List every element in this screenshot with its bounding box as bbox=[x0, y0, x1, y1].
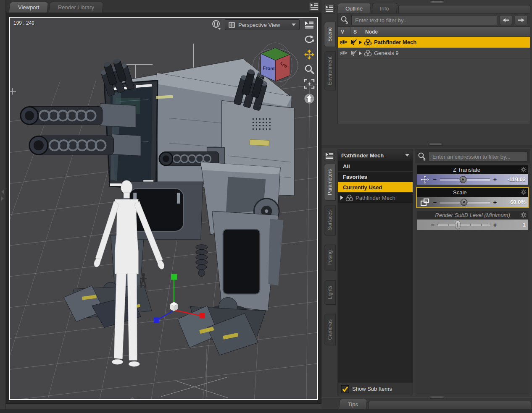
cursor-check-icon[interactable] bbox=[350, 50, 357, 57]
subd-level-slider[interactable] bbox=[437, 224, 490, 226]
increment-button[interactable]: + bbox=[492, 176, 498, 183]
viewport-frame: Front Left 199 : 249 bbox=[6, 13, 321, 404]
column-node[interactable]: Node bbox=[362, 27, 530, 37]
scene-pane-menu-button[interactable] bbox=[324, 4, 335, 14]
frame-tool-button[interactable] bbox=[303, 78, 315, 90]
viewport-canvas[interactable]: Front Left bbox=[10, 18, 317, 399]
decrement-button[interactable]: − bbox=[432, 199, 437, 205]
side-tab-surfaces[interactable]: Surfaces bbox=[324, 205, 336, 235]
search-icon bbox=[418, 152, 426, 161]
collapse-up-icon bbox=[130, 397, 135, 400]
parameter-list[interactable]: Z Translate − bbox=[415, 163, 530, 395]
group-currently-used[interactable]: Currently Used bbox=[338, 182, 413, 193]
pane-menu-icon bbox=[304, 21, 314, 30]
viewport-group-menu-button[interactable] bbox=[309, 2, 320, 12]
select-next-button[interactable] bbox=[515, 15, 527, 25]
group-all[interactable]: All bbox=[338, 161, 413, 172]
scene-dock: Scene Environment Outline Info bbox=[321, 0, 532, 145]
cursor-check-icon[interactable] bbox=[350, 39, 357, 46]
chevron-down-icon bbox=[405, 154, 409, 157]
viewport-toolbar bbox=[302, 18, 317, 105]
pane-collapse-handle[interactable] bbox=[1, 190, 4, 201]
tab-outline[interactable]: Outline bbox=[337, 3, 371, 13]
param-value[interactable]: -119.03 bbox=[500, 176, 526, 183]
scene-tree-header: V S Node bbox=[338, 27, 530, 37]
side-tab-posing[interactable]: Posing bbox=[324, 245, 336, 271]
decrement-button[interactable]: − bbox=[432, 176, 437, 183]
parameter-node-selector[interactable]: Pathfinder Mech bbox=[338, 150, 413, 161]
side-tab-environment[interactable]: Environment bbox=[324, 51, 336, 90]
parameters-pane-menu-button[interactable] bbox=[324, 151, 335, 161]
group-favorites[interactable]: Favorites bbox=[338, 172, 413, 182]
camera-view-dropdown[interactable]: Perspective View bbox=[225, 19, 300, 30]
select-previous-button[interactable] bbox=[500, 15, 512, 25]
expand-triangle-icon[interactable] bbox=[340, 196, 343, 200]
group-tree-pathfinder-mech[interactable]: Pathfinder Mech bbox=[338, 193, 413, 203]
viewport-3d-scene[interactable]: Front Left 199 : 249 bbox=[9, 17, 318, 400]
draw-style-selector[interactable] bbox=[211, 19, 221, 30]
parameter-filter-input[interactable] bbox=[429, 152, 527, 162]
tab-viewport[interactable]: Viewport bbox=[9, 2, 49, 13]
param-name: Scale bbox=[453, 189, 467, 196]
tabbar-filler bbox=[398, 5, 530, 13]
tab-render-library[interactable]: Render Library bbox=[49, 2, 104, 13]
scene-filter-row bbox=[337, 13, 530, 27]
zoom-tool-button[interactable] bbox=[303, 63, 315, 75]
pathfinder-mech-model[interactable] bbox=[21, 56, 294, 355]
column-selectable[interactable]: S bbox=[350, 27, 362, 37]
scene-node-genesis9[interactable]: Genesis 9 bbox=[338, 48, 530, 59]
side-tab-cameras[interactable]: Cameras bbox=[324, 314, 336, 345]
eye-icon[interactable] bbox=[340, 39, 348, 45]
left-pane-collapse-strip[interactable] bbox=[0, 0, 6, 413]
param-header: Z Translate bbox=[417, 165, 528, 174]
orbit-tool-button[interactable] bbox=[303, 34, 315, 46]
increment-button[interactable]: + bbox=[492, 222, 498, 228]
parameters-dock-side-tabs: Parameters Surfaces Posing Lights Camera… bbox=[324, 164, 337, 350]
show-sub-items-checkbox[interactable] bbox=[341, 385, 349, 393]
viewport-menu-button[interactable] bbox=[303, 19, 315, 31]
expand-triangle-icon[interactable] bbox=[359, 40, 362, 44]
decrement-button[interactable]: − bbox=[430, 222, 435, 228]
scene-node-label: Genesis 9 bbox=[374, 50, 399, 56]
gear-icon[interactable] bbox=[521, 212, 527, 219]
scene-filter-input[interactable] bbox=[351, 15, 497, 25]
slider-handle[interactable] bbox=[461, 199, 468, 206]
scene-tree: V S Node Pathfinder Mech bbox=[337, 27, 530, 124]
view-cube-front-label: Front bbox=[263, 65, 275, 71]
divider-grip[interactable] bbox=[430, 396, 444, 399]
gear-icon[interactable] bbox=[521, 167, 527, 174]
aim-tool-button[interactable] bbox=[303, 93, 315, 105]
collapse-left-icon bbox=[1, 190, 4, 194]
collapse-right-icon bbox=[1, 196, 4, 201]
slider-handle[interactable] bbox=[459, 176, 466, 183]
checkmark-icon bbox=[342, 386, 348, 392]
show-sub-items-label: Show Sub Items bbox=[352, 386, 392, 392]
side-tab-scene[interactable]: Scene bbox=[324, 22, 336, 47]
collapse-down-icon bbox=[137, 397, 142, 400]
side-tab-parameters[interactable]: Parameters bbox=[324, 164, 336, 201]
gear-icon[interactable] bbox=[521, 189, 527, 196]
tab-info[interactable]: Info bbox=[371, 3, 398, 13]
increment-button[interactable]: + bbox=[492, 199, 498, 205]
scene-node-pathfinder-mech[interactable]: Pathfinder Mech bbox=[338, 37, 530, 48]
expand-triangle-icon[interactable] bbox=[359, 51, 362, 55]
param-value[interactable]: 1 bbox=[500, 222, 526, 228]
param-value[interactable]: 60.0% bbox=[500, 199, 526, 205]
param-slider-row: − + -119.03 bbox=[417, 174, 528, 185]
tab-tips[interactable]: Tips bbox=[339, 399, 368, 409]
pan-tool-button[interactable] bbox=[303, 49, 315, 60]
scale-slider[interactable] bbox=[440, 201, 490, 203]
scene-pane-tabbar: Outline Info bbox=[337, 2, 530, 13]
slider-handle[interactable] bbox=[455, 220, 460, 229]
z-translate-slider[interactable] bbox=[440, 178, 490, 180]
magnifier-icon bbox=[304, 64, 315, 75]
parameters-dock: Parameters Surfaces Posing Lights Camera… bbox=[321, 148, 532, 397]
column-visible[interactable]: V bbox=[338, 27, 350, 37]
divider-grip[interactable] bbox=[429, 143, 443, 146]
eye-icon[interactable] bbox=[340, 50, 348, 56]
group-list-filler bbox=[338, 203, 413, 382]
side-tab-lights[interactable]: Lights bbox=[324, 280, 336, 305]
dock-divider[interactable] bbox=[321, 145, 532, 148]
viewport-collapse-handle[interactable] bbox=[130, 397, 142, 400]
parameter-filter-row bbox=[415, 150, 530, 163]
